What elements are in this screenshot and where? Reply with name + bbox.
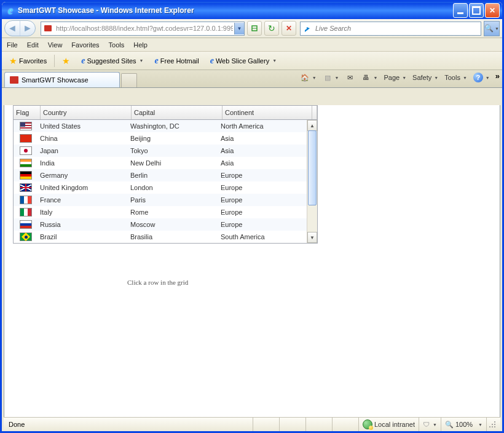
cell-continent: Europe bbox=[218, 196, 307, 204]
stop-button[interactable]: ✕ bbox=[282, 21, 296, 36]
overflow-button[interactable]: » bbox=[495, 71, 500, 81]
maximize-button[interactable] bbox=[469, 3, 484, 18]
svg-point-2 bbox=[494, 421, 495, 423]
window-title: SmartGWT Showcase - Windows Internet Exp… bbox=[18, 6, 194, 15]
ie-small-icon: e bbox=[210, 56, 214, 66]
col-continent[interactable]: Continent bbox=[222, 106, 312, 119]
table-row[interactable]: ChinaBeijingAsia bbox=[14, 132, 317, 145]
page-content: Flag Country Capital Continent United St… bbox=[4, 105, 500, 418]
compat-button[interactable] bbox=[247, 21, 262, 36]
table-row[interactable]: GermanyBerlinEurope bbox=[14, 169, 317, 181]
svg-point-5 bbox=[489, 426, 490, 427]
table-row[interactable]: United KingdomLondonEurope bbox=[14, 181, 317, 194]
address-input[interactable] bbox=[55, 23, 234, 34]
status-sect-3 bbox=[305, 418, 332, 431]
tab-favicon bbox=[10, 76, 18, 84]
home-button[interactable]: 🏠▼ bbox=[298, 71, 318, 84]
feeds-button[interactable]: ▧▼ bbox=[321, 71, 341, 84]
cell-capital: Rome bbox=[128, 209, 218, 216]
cell-continent: Asia bbox=[218, 147, 307, 154]
rss-icon: ▧ bbox=[323, 73, 333, 82]
flag-icon bbox=[20, 171, 32, 180]
cell-continent: North America bbox=[218, 122, 307, 130]
col-flag[interactable]: Flag bbox=[14, 106, 41, 119]
web-slice-button[interactable]: eWeb Slice Gallery▼ bbox=[207, 55, 280, 67]
table-row[interactable]: BrazilBrasiliaSouth America bbox=[14, 231, 317, 243]
add-favorites-button[interactable]: ★ bbox=[58, 55, 74, 67]
cell-capital: Paris bbox=[128, 196, 218, 204]
ie-icon: e bbox=[6, 6, 15, 15]
cell-continent: Europe bbox=[218, 184, 307, 191]
help-button[interactable]: ?▼ bbox=[471, 71, 492, 84]
scroll-thumb[interactable] bbox=[308, 130, 317, 205]
scroll-up-button[interactable]: ▲ bbox=[307, 120, 317, 131]
menu-bar: File Edit View Favorites Tools Help bbox=[2, 38, 502, 52]
cell-capital: Brasilia bbox=[128, 233, 218, 240]
protected-mode-section[interactable]: 🛡▼ bbox=[419, 418, 441, 431]
table-row[interactable]: IndiaNew DelhiAsia bbox=[14, 157, 317, 169]
flag-icon bbox=[20, 232, 32, 241]
cell-capital: London bbox=[128, 184, 218, 191]
favorites-button[interactable]: ★Favorites bbox=[6, 55, 50, 67]
back-button[interactable]: ◄ bbox=[5, 21, 20, 36]
table-row[interactable]: RussiaMoscowEurope bbox=[14, 218, 317, 231]
tools-label: Tools bbox=[444, 74, 460, 81]
menu-file[interactable]: File bbox=[7, 41, 18, 49]
flag-icon bbox=[20, 196, 32, 204]
cell-capital: Washington, DC bbox=[128, 122, 218, 130]
close-button[interactable]: ✕ bbox=[485, 3, 500, 18]
cell-capital: Tokyo bbox=[128, 147, 218, 154]
country-grid: Flag Country Capital Continent United St… bbox=[13, 105, 318, 244]
scroll-down-button[interactable]: ▼ bbox=[307, 232, 317, 243]
table-row[interactable]: FranceParisEurope bbox=[14, 194, 317, 206]
minimize-button[interactable] bbox=[453, 3, 468, 18]
suggested-sites-button[interactable]: eSuggested Sites▼ bbox=[77, 55, 147, 67]
menu-help[interactable]: Help bbox=[133, 41, 148, 49]
resize-icon bbox=[489, 421, 496, 428]
resize-grip[interactable] bbox=[486, 418, 498, 431]
col-capital[interactable]: Capital bbox=[132, 106, 222, 119]
menu-favorites[interactable]: Favorites bbox=[71, 41, 99, 49]
menu-view[interactable]: View bbox=[48, 41, 63, 49]
svg-point-6 bbox=[492, 426, 493, 427]
print-button[interactable]: 🖶▼ bbox=[360, 71, 380, 84]
zoom-section[interactable]: 🔍100%▼ bbox=[441, 418, 486, 431]
page-menu[interactable]: Page▼ bbox=[382, 73, 408, 82]
menu-tools[interactable]: Tools bbox=[109, 41, 125, 49]
table-row[interactable]: JapanTokyoAsia bbox=[14, 145, 317, 157]
new-tab-button[interactable] bbox=[121, 73, 137, 87]
menu-edit[interactable]: Edit bbox=[27, 41, 39, 49]
address-dropdown[interactable]: ▼ bbox=[234, 23, 244, 34]
cell-capital: Beijing bbox=[128, 135, 218, 142]
safety-menu[interactable]: Safety▼ bbox=[411, 73, 440, 82]
search-button[interactable]: 🔍▼ bbox=[484, 21, 500, 36]
cell-country: Italy bbox=[37, 209, 128, 216]
cell-country: China bbox=[37, 135, 128, 142]
forward-button[interactable]: ► bbox=[20, 21, 35, 36]
zone-section[interactable]: Local intranet bbox=[358, 418, 419, 431]
address-bar[interactable]: ▼ bbox=[41, 22, 245, 36]
hotmail-label: Free Hotmail bbox=[160, 57, 199, 65]
cell-continent: Europe bbox=[218, 172, 307, 179]
tab-smartgwt-showcase[interactable]: SmartGWT Showcase bbox=[4, 72, 120, 87]
zoom-label: 100% bbox=[455, 421, 473, 428]
tab-bar: SmartGWT Showcase 🏠▼ ▧▼ ✉ 🖶▼ Page▼ Safet… bbox=[2, 70, 502, 88]
status-sect-2 bbox=[279, 418, 305, 431]
tools-menu[interactable]: Tools▼ bbox=[443, 73, 469, 82]
flag-icon bbox=[20, 208, 32, 217]
table-row[interactable]: ItalyRomeEurope bbox=[14, 206, 317, 218]
vertical-scrollbar[interactable]: ▲ ▼ bbox=[307, 120, 317, 243]
cell-flag bbox=[14, 171, 37, 180]
flag-icon bbox=[20, 183, 32, 192]
cell-country: Brazil bbox=[37, 233, 128, 240]
cell-country: Germany bbox=[37, 172, 128, 179]
navigation-bar: ◄ ► ▼ ↻ ✕ 🔍▼ bbox=[2, 19, 502, 38]
col-country[interactable]: Country bbox=[41, 106, 132, 119]
svg-point-3 bbox=[492, 424, 493, 425]
search-bar[interactable] bbox=[300, 22, 481, 36]
search-input[interactable] bbox=[314, 24, 481, 33]
refresh-button[interactable]: ↻ bbox=[264, 21, 279, 36]
free-hotmail-button[interactable]: eFree Hotmail bbox=[151, 55, 203, 67]
mail-button[interactable]: ✉ bbox=[344, 71, 357, 84]
table-row[interactable]: United StatesWashington, DCNorth America bbox=[14, 120, 317, 132]
